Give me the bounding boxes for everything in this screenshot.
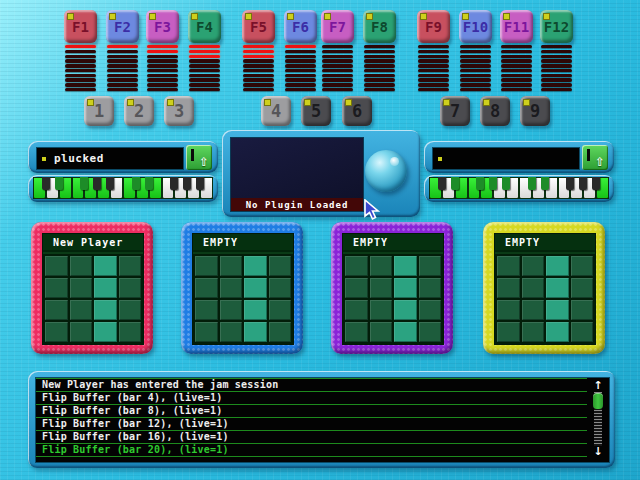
player-slot-4[interactable]: EMPTY [483,222,605,354]
grid-cell [522,322,545,342]
pattern-grid [343,254,443,344]
piano-black-key[interactable] [528,177,536,190]
fader-bar [189,74,220,77]
left-patch-field[interactable]: plucked [36,147,184,170]
fader-bar [418,50,449,53]
number-button-8[interactable]: 8 [480,96,510,126]
left-load-instrument-button[interactable]: ⇧ [186,145,212,170]
piano-black-key[interactable] [541,177,549,190]
grid-cell [419,300,442,320]
fader-bar-stack-f3 [147,45,178,93]
mouse-cursor-icon [363,199,383,221]
fader-bar [460,59,491,62]
scrollbar-thumb[interactable] [593,393,603,409]
grid-cell [522,300,545,320]
piano-black-key[interactable] [55,177,63,190]
piano-black-key[interactable] [451,177,459,190]
fader-bar [107,83,138,86]
piano-black-key[interactable] [579,177,587,190]
fader-bar [189,59,220,62]
fader-bar [189,83,220,86]
fader-bar [460,78,491,81]
log-scrollbar[interactable]: ↑ ↓ [591,380,605,458]
fkey-button-f11[interactable]: F11 [500,10,533,43]
fader-bar [189,69,220,72]
piano-black-key[interactable] [183,177,191,190]
fkey-button-f3[interactable]: F3 [146,10,179,43]
fader-bar [243,59,274,62]
fader-bar-lit [243,45,274,48]
fkey-button-f5[interactable]: F5 [242,10,275,43]
grid-cell [70,278,93,298]
log-line[interactable]: Flip Buffer (bar 16), (live=1) [36,431,587,444]
log-line[interactable]: Flip Buffer (bar 4), (live=1) [36,392,587,405]
piano-black-key[interactable] [80,177,88,190]
number-button-4[interactable]: 4 [261,96,291,126]
piano-black-key[interactable] [489,177,497,190]
fkey-button-f9[interactable]: F9 [417,10,450,43]
piano-black-key[interactable] [476,177,484,190]
fkey-button-f6[interactable]: F6 [284,10,317,43]
piano-black-key[interactable] [196,177,204,190]
number-button-5[interactable]: 5 [301,96,331,126]
fkey-button-f7[interactable]: F7 [321,10,354,43]
piano-black-key[interactable] [93,177,101,190]
piano-black-key[interactable] [132,177,140,190]
piano-black-key[interactable] [106,177,114,190]
player-display: New Player [42,233,144,345]
number-button-9[interactable]: 9 [520,96,550,126]
grid-cell [220,278,243,298]
fader-bar [418,45,449,48]
fader-bar [364,50,395,53]
piano-black-key[interactable] [42,177,50,190]
piano-black-key[interactable] [566,177,574,190]
number-button-1[interactable]: 1 [84,96,114,126]
fader-bar-lit [189,50,220,53]
fkey-button-f2[interactable]: F2 [106,10,139,43]
piano-black-key[interactable] [170,177,178,190]
fkey-button-f10[interactable]: F10 [459,10,492,43]
log-line[interactable]: New Player has entered the jam session [36,379,587,392]
pattern-grid [193,254,293,344]
fkey-button-f8[interactable]: F8 [363,10,396,43]
fader-bar [460,74,491,77]
fader-bar [65,64,96,67]
log-line-highlighted[interactable]: Flip Buffer (bar 20), (live=1) [36,444,587,457]
fader-bar [364,55,395,58]
right-load-instrument-button[interactable]: ⇧ [582,145,608,170]
piano-black-key[interactable] [592,177,600,190]
number-label: 2 [134,101,144,121]
grid-cell [220,300,243,320]
piano-black-key[interactable] [145,177,153,190]
fader-bar-lit [147,50,178,53]
fader-bar-stack-f7 [322,45,353,93]
scroll-up-icon[interactable]: ↑ [591,380,605,391]
led-dot [345,99,352,106]
fader-bar [541,83,572,86]
fader-bar [322,55,353,58]
number-button-3[interactable]: 3 [164,96,194,126]
grid-cell [269,300,292,320]
volume-knob[interactable] [365,150,407,192]
pattern-grid [495,254,595,344]
number-button-7[interactable]: 7 [440,96,470,126]
piano-black-key[interactable] [438,177,446,190]
fkey-button-f1[interactable]: F1 [64,10,97,43]
piano-black-key[interactable] [502,177,510,190]
log-line[interactable]: Flip Buffer (bar 12), (live=1) [36,418,587,431]
scroll-down-icon[interactable]: ↓ [591,446,605,457]
fader-bar-lit [147,45,178,48]
fader-bar [285,50,316,53]
led-dot [503,13,510,20]
fkey-button-f12[interactable]: F12 [540,10,573,43]
player-slot-3[interactable]: EMPTY [331,222,453,354]
number-button-2[interactable]: 2 [124,96,154,126]
number-label: 1 [94,101,104,121]
player-slot-2[interactable]: EMPTY [181,222,303,354]
log-line[interactable]: Flip Buffer (bar 8), (live=1) [36,405,587,418]
fader-bar [243,83,274,86]
fkey-button-f4[interactable]: F4 [188,10,221,43]
player-slot-1[interactable]: New Player [31,222,153,354]
number-button-6[interactable]: 6 [342,96,372,126]
right-patch-field[interactable] [432,147,580,170]
